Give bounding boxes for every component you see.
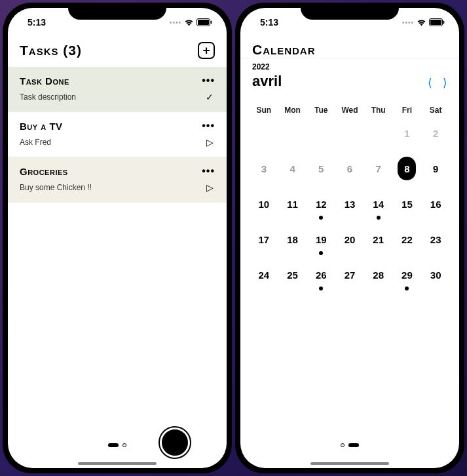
page-indicator[interactable] <box>341 443 359 447</box>
prev-month-button[interactable]: ⟨ <box>428 76 432 90</box>
fab-button[interactable] <box>160 427 190 458</box>
calendar-day[interactable]: 28 <box>364 264 393 285</box>
phone-tasks: 5:13 •••• Tasks (3) + Task Done ••• Task… <box>3 3 232 473</box>
calendar-day[interactable]: 20 <box>335 229 364 250</box>
calendar-day[interactable]: 24 <box>250 264 278 285</box>
calendar-day[interactable]: 17 <box>250 229 278 250</box>
calendar-year-month: 2022 avril <box>252 62 282 90</box>
status-icons: •••• <box>402 18 445 26</box>
calendar-dow-row: Sun Mon Tue Wed Thu Fri Sat <box>250 100 450 123</box>
battery-icon <box>196 18 212 26</box>
page-dot-2 <box>122 443 126 447</box>
calendar-day[interactable]: 18 <box>278 229 307 250</box>
cellular-icon: •••• <box>402 19 414 26</box>
status-icons: •••• <box>170 18 212 26</box>
calendar-day[interactable]: 23 <box>421 229 450 250</box>
play-icon[interactable]: ▷ <box>204 182 215 193</box>
calendar-day[interactable]: 16 <box>421 193 450 214</box>
event-dot-icon <box>405 287 409 290</box>
calendar-day[interactable]: 9 <box>421 158 450 179</box>
home-indicator[interactable] <box>310 462 389 465</box>
page-title: Calendar <box>252 42 316 58</box>
play-icon[interactable]: ▷ <box>204 137 215 148</box>
page-dot-2 <box>348 443 359 447</box>
calendar-days: 1234567891011121314151617181920212223242… <box>250 123 450 285</box>
calendar-header: Calendar <box>240 37 459 58</box>
screen-tasks: 5:13 •••• Tasks (3) + Task Done ••• Task… <box>8 8 227 468</box>
task-description: Task description <box>20 92 76 102</box>
calendar-nav: ⟨ ⟩ <box>428 76 447 90</box>
calendar-day[interactable]: 13 <box>335 193 364 214</box>
calendar-day[interactable]: 1 <box>393 123 422 144</box>
more-icon[interactable]: ••• <box>202 75 215 87</box>
calendar-day <box>278 123 307 144</box>
calendar-day[interactable]: 11 <box>278 193 307 214</box>
bottom-bar <box>8 422 227 468</box>
notch <box>68 3 166 20</box>
calendar-day[interactable]: 29 <box>393 264 422 285</box>
task-description: Ask Fred <box>20 138 51 147</box>
page-dot-1 <box>341 443 345 447</box>
svg-rect-4 <box>430 20 441 25</box>
more-icon[interactable]: ••• <box>202 165 215 177</box>
calendar-day[interactable]: 22 <box>393 229 422 250</box>
calendar-day[interactable]: 27 <box>335 264 364 285</box>
dow-label: Sat <box>421 106 450 115</box>
svg-rect-2 <box>211 21 212 24</box>
calendar-day[interactable]: 12 <box>307 193 335 214</box>
checkmark-icon: ✓ <box>204 92 215 102</box>
task-item[interactable]: Buy a TV ••• Ask Fred ▷ <box>8 112 227 157</box>
calendar-day[interactable]: 3 <box>250 158 278 179</box>
calendar-grid: Sun Mon Tue Wed Thu Fri Sat 123456789101… <box>240 95 459 290</box>
home-indicator[interactable] <box>78 462 157 465</box>
calendar-year: 2022 <box>252 62 282 71</box>
calendar-day[interactable]: 5 <box>307 158 335 179</box>
dow-label: Fri <box>393 106 422 115</box>
dow-label: Thu <box>364 106 393 115</box>
calendar-month-nav: 2022 avril ⟨ ⟩ <box>240 58 459 95</box>
more-icon[interactable]: ••• <box>202 120 215 132</box>
calendar-day[interactable]: 10 <box>250 193 278 214</box>
svg-rect-1 <box>198 20 209 25</box>
calendar-day <box>335 123 364 144</box>
event-dot-icon <box>319 287 323 290</box>
battery-icon <box>429 18 445 26</box>
wifi-icon <box>184 19 194 26</box>
dow-label: Mon <box>278 106 307 115</box>
calendar-day[interactable]: 7 <box>364 158 393 179</box>
page-dot-1 <box>108 443 119 447</box>
notch <box>301 3 399 20</box>
wifi-icon <box>417 19 426 26</box>
task-title: Groceries <box>20 166 68 177</box>
calendar-day[interactable]: 8 <box>393 158 422 179</box>
task-title: Task Done <box>20 75 69 87</box>
svg-rect-5 <box>443 21 445 24</box>
event-dot-icon <box>319 216 323 220</box>
calendar-day[interactable]: 30 <box>421 264 450 285</box>
task-item[interactable]: Groceries ••• Buy some Chicken !! ▷ <box>8 157 227 203</box>
dow-label: Tue <box>307 106 335 115</box>
calendar-month: avril <box>252 73 282 90</box>
calendar-day[interactable]: 25 <box>278 264 307 285</box>
add-task-button[interactable]: + <box>198 42 215 59</box>
dow-label: Wed <box>335 106 364 115</box>
calendar-day[interactable]: 26 <box>307 264 335 285</box>
task-item[interactable]: Task Done ••• Task description ✓ <box>8 67 227 112</box>
calendar-day[interactable]: 21 <box>364 229 393 250</box>
calendar-day <box>307 123 335 144</box>
calendar-day <box>250 123 278 144</box>
task-title: Buy a TV <box>20 121 63 132</box>
page-title: Tasks (3) <box>20 43 82 58</box>
status-time: 5:13 <box>22 17 46 28</box>
phone-calendar: 5:13 •••• Calendar 2022 avril ⟨ ⟩ Sun <box>235 3 464 473</box>
calendar-day[interactable]: 15 <box>393 193 422 214</box>
calendar-day[interactable]: 6 <box>335 158 364 179</box>
calendar-day[interactable]: 2 <box>421 123 450 144</box>
calendar-day[interactable]: 19 <box>307 229 335 250</box>
calendar-day[interactable]: 14 <box>364 193 393 214</box>
dow-label: Sun <box>250 106 278 115</box>
status-time: 5:13 <box>255 17 278 28</box>
next-month-button[interactable]: ⟩ <box>443 76 447 90</box>
calendar-day[interactable]: 4 <box>278 158 307 179</box>
page-indicator[interactable] <box>108 443 126 447</box>
